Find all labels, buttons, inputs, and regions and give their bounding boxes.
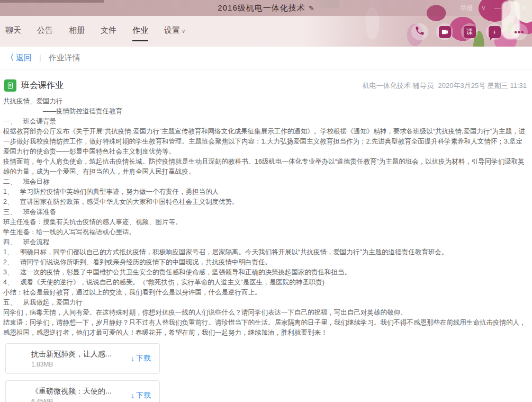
- assignment-header: 班会课作业 机电一体化技术-辅导员 2020年3月25号 星期三 11:31: [4, 79, 527, 92]
- header-action-icons: 课 + •••: [411, 23, 528, 40]
- download-button[interactable]: ↓ 下载: [131, 391, 151, 400]
- body-paragraph: 4、 观看《天使的逆行》，说说自己的感受。（“救死扶伤，实行革命的人道主义”是医…: [3, 278, 529, 288]
- attachment-list: 抗击新冠肺炎，让人感... 1.83MB ↓ 下载 《重磅微视频：天使的... …: [5, 343, 160, 402]
- tab-homework[interactable]: 作业: [132, 25, 148, 41]
- page-title: 作业详情: [49, 53, 80, 63]
- tab-settings-label: 设置: [164, 25, 180, 34]
- tab-announcements[interactable]: 公告: [37, 25, 53, 41]
- download-label: 下载: [136, 354, 151, 363]
- assignment-author: 机电一体化技术-辅导员: [363, 82, 434, 90]
- body-paragraph: 3、 这一次的疫情，彰显了中国维护公共卫生安全的责任感和使命感，坚强领导和正确的…: [3, 267, 529, 278]
- close-icon[interactable]: ✕: [521, 4, 527, 12]
- more-dots-icon: •••: [515, 28, 525, 37]
- body-paragraph: 班主任准备：搜集有关抗击疫情的感人事迹、视频、图片等。: [3, 217, 529, 227]
- edit-title-icon[interactable]: ✎: [309, 4, 314, 12]
- video-camera-icon: [439, 26, 451, 38]
- new-post-button[interactable]: +: [486, 23, 503, 40]
- phone-icon: [414, 25, 425, 38]
- more-button[interactable]: •••: [511, 23, 528, 40]
- assignment-body: 共抗疫情、爱国力行 ——疫情防控道德责任教育 一、 班会课背景 根据教育部办公厅…: [0, 96, 532, 338]
- back-button[interactable]: 〈 返回: [6, 53, 32, 63]
- body-paragraph: 同学们，病毒无情，人间有爱。在这特殊时期，你想对抗疫一线的人们说些什么？请同学们…: [3, 308, 529, 318]
- body-paragraph: 四、 班会流程: [3, 237, 529, 247]
- body-paragraph: 2、 宣讲国家在防控政策，感受中华儿女的大家和中国特色社会主义制度优势。: [3, 197, 529, 207]
- nav-tabs: 聊天 公告 相册 文件 作业 设置∨: [5, 25, 185, 41]
- back-label: 返回: [16, 53, 32, 63]
- body-paragraph: 结束语：同学们，请静想一下，岁月静好？只不过有人替我们负重前行。请珍惜当下的生活…: [3, 318, 529, 338]
- attachment-card[interactable]: 抗击新冠肺炎，让人感... 1.83MB ↓ 下载: [5, 343, 160, 374]
- body-paragraph: 根据教育部办公厅发布《关于开展“共抗疫情.爱国力行”主题宣传教育和网络文化成果征…: [3, 127, 529, 157]
- body-paragraph: 1、 学习防控疫情中英雄们的典型事迹，努力做一个有责任，勇担当的人: [3, 187, 529, 197]
- window-titlebar: 2016级机电一体化技术 ✎: [0, 0, 532, 16]
- course-button[interactable]: 课: [461, 23, 478, 40]
- breadcrumb: 〈 返回 | 作业详情: [0, 47, 532, 69]
- download-arrow-icon: ↓: [131, 354, 134, 363]
- video-call-button[interactable]: [436, 23, 453, 40]
- body-paragraph: 疫情面前，每个人肩负使命，筑起抗击疫情长城。防控疫情就是生动且深刻的教科书。16…: [3, 157, 529, 177]
- body-paragraph: 共抗疫情、爱国力行: [3, 96, 529, 106]
- chevron-down-icon[interactable]: ∨: [481, 4, 486, 12]
- assignment-datetime: 2020年3月25号 星期三 11:31: [438, 82, 527, 90]
- download-button[interactable]: ↓ 下载: [131, 354, 151, 363]
- tab-chat[interactable]: 聊天: [5, 25, 21, 41]
- body-paragraph: 五、 从我做起，爱国力行: [3, 298, 529, 308]
- report-button[interactable]: 举报: [460, 4, 473, 13]
- maximize-icon[interactable]: □: [509, 4, 513, 12]
- minimize-icon[interactable]: —: [494, 4, 501, 12]
- body-paragraph: 小结：社会是最好教育，通过以上的交流，我们看到什么是以身许国，什么是逆行而上。: [3, 288, 529, 298]
- voice-call-button[interactable]: [411, 23, 428, 40]
- chevron-left-icon: 〈: [6, 53, 14, 62]
- group-header: 2016级机电一体化技术 ✎ 举报 ∨ — □ ✕ 聊天 公告 相册 文件 作业…: [0, 0, 532, 47]
- tab-settings[interactable]: 设置∨: [164, 25, 185, 41]
- download-arrow-icon: ↓: [131, 391, 134, 400]
- body-paragraph: 三、 班会课准备: [3, 207, 529, 217]
- assignment-title: 班会课作业: [21, 80, 363, 91]
- breadcrumb-divider: |: [39, 53, 41, 62]
- body-paragraph: 1、 明确目标，同学们都以自己的方式抵抗疫情，积极响应国家号召，居家隔离。今天我…: [3, 247, 529, 257]
- body-paragraph: 2、 请同学们说说你所听到、看到或亲身经历的疫情下的中国现况，共抗疫情中明白责任…: [3, 257, 529, 267]
- attachment-card[interactable]: 《重磅微视频：天使的... 6.45MB ↓ 下载: [5, 380, 160, 402]
- tab-albums[interactable]: 相册: [69, 25, 85, 41]
- download-label: 下载: [136, 391, 151, 400]
- window-controls: 举报 ∨ — □ ✕: [460, 0, 527, 16]
- course-badge-icon: 课: [464, 26, 476, 38]
- body-paragraph: ——疫情防控道德责任教育: [3, 106, 529, 117]
- tab-files[interactable]: 文件: [101, 25, 116, 41]
- assignment-meta: 机电一体化技术-辅导员 2020年3月25号 星期三 11:31: [363, 81, 527, 91]
- body-paragraph: 二、 班会目标: [3, 177, 529, 187]
- chevron-down-icon: ∨: [182, 28, 185, 34]
- body-paragraph: 一、 班会课背景: [3, 117, 529, 127]
- document-icon: [4, 79, 16, 92]
- body-paragraph: 学生准备：给一线的人写写祝福语或心里话。: [3, 227, 529, 237]
- group-title: 2016级机电一体化技术: [218, 3, 305, 13]
- plus-bubble-icon: +: [489, 26, 501, 38]
